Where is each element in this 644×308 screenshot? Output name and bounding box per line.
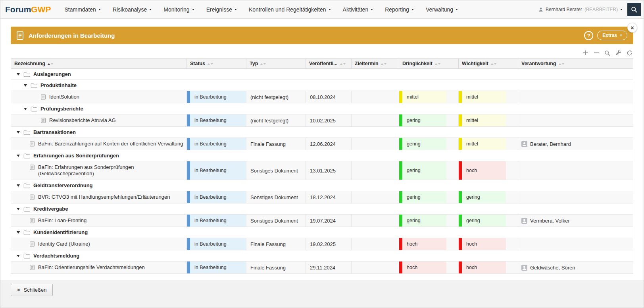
dringlichkeit-badge: gering [399,215,446,227]
sort-desc-icon [438,63,440,65]
item-label[interactable]: IdentSolution [49,94,79,100]
wichtigkeit-cell: mittel [459,91,518,103]
item-row-identity-card-ukraine[interactable]: Identity Card (Ukraine)in BearbeitungFin… [11,238,633,250]
collapse-toggle-icon[interactable] [17,255,20,257]
status-text: in Bearbeitung [194,265,227,270]
item-row-bafin-orientierungshilfe-verdachtsmeldun[interactable]: BaFin: Orientierungshilfe Verdachtsmeldu… [11,262,633,274]
group-row-erfahrungen-aus-sonderprüfungen: Erfahrungen aus Sonderprüfungen [11,150,633,161]
collapse-toggle-icon[interactable] [17,231,20,234]
veroeffentlichung-text: 10.02.2025 [310,118,336,124]
dringlichkeit-text: mittel [407,94,419,100]
menu-item-monitoring[interactable]: Monitoring [163,6,194,13]
menu-item-label: Kontrollen und Regeltätigkeiten [249,6,326,13]
group-row-kreditvergabe: Kreditvergabe [11,203,633,215]
grid-search-icon[interactable] [604,50,610,56]
user-name: Bernhard Berater [546,7,582,12]
item-row-bafin-loan-fronting[interactable]: BaFin: Loan-Frontingin BearbeitungSonsti… [11,215,633,227]
item-row-revisionsberichte-atruvia-ag[interactable]: Revisionsberichte Atruvia AGin Bearbeitu… [11,114,633,127]
collapse-toggle-icon[interactable] [17,184,20,187]
item-row-identsolution[interactable]: IdentSolutionin Bearbeitung(nicht festge… [11,91,633,103]
item-row-bafin-bareinzahlungen-auf-konten-der-öff[interactable]: BaFin: Bareinzahlungen auf Konten der öf… [11,138,633,150]
status-cell: in Bearbeitung [187,215,246,227]
sort-icons [48,63,53,65]
global-search-button[interactable] [627,3,641,16]
panel-close-button[interactable]: × [627,23,637,33]
dringlichkeit-text: gering [407,168,421,173]
typ-text: (nicht festgelegt) [250,94,288,100]
veroeffentlichung-text: 18.12.2024 [310,194,336,200]
settings-wrench-icon[interactable] [615,50,621,56]
menu-item-ereignisse[interactable]: Ereignisse [206,6,237,13]
typ-cell: Sonstiges Dokument [246,161,306,180]
collapse-toggle-icon[interactable] [17,155,20,157]
menu-item-stammdaten[interactable]: Stammdaten [65,6,101,13]
column-header-status[interactable]: Status [187,59,246,69]
verantwortung-cell [518,91,633,103]
item-label[interactable]: Identity Card (Ukraine) [38,241,90,247]
dringlichkeit-badge: gering [399,114,446,126]
item-label[interactable]: BVR: GTVO3 mit Handlungsempfehlungen/Erl… [38,194,170,200]
wichtigkeit-cell: mittel [459,114,518,127]
wichtigkeit-badge: hoch [459,238,506,250]
panel-header: Anforderungen in Bearbeitung ? Extras × [11,27,633,44]
typ-text: Finale Fassung [250,241,286,247]
item-label[interactable]: BaFin: Erfahrungen aus Sonderprüfungen (… [38,164,183,177]
item-row-bvr-gtvo3-mit-handlungsempfehlungen-erlä[interactable]: BVR: GTVO3 mit Handlungsempfehlungen/Erl… [11,191,633,203]
verantwortung-cell [518,114,633,127]
group-label: Verdachtsmeldung [33,253,79,259]
status-text: in Bearbeitung [194,141,227,147]
column-header-veröffentli[interactable]: Veröffentli... [306,59,352,69]
collapse-toggle-icon[interactable] [24,108,27,110]
document-icon [17,31,23,40]
item-label[interactable]: BaFin: Bareinzahlungen auf Konten der öf… [38,141,183,147]
menu-item-verwaltung[interactable]: Verwaltung [426,6,458,13]
nav-right-area: Bernhard Berater (BEARBEITER) [538,3,641,16]
folder-icon [31,106,37,112]
group-row-produktinhalte: Produktinhalte [11,80,633,91]
wichtigkeit-badge: mittel [459,138,506,150]
collapse-toggle-icon[interactable] [17,208,20,210]
wichtigkeit-badge: hoch [459,262,506,273]
extras-button[interactable]: Extras [597,31,627,40]
zieltermin-cell [352,161,399,180]
item-label[interactable]: Revisionsberichte Atruvia AG [49,117,116,124]
chevron-down-icon [329,9,331,10]
item-label[interactable]: BaFin: Loan-Fronting [38,217,87,224]
requirement-doc-icon [29,165,35,170]
dringlichkeit-cell: gering [399,114,459,127]
column-header-bezeichnung[interactable]: Bezeichnung [11,59,187,69]
main-menu: StammdatenRisikoanalyseMonitoringEreigni… [65,6,458,13]
column-header-zieltermin[interactable]: Zieltermin [352,59,399,69]
sort-icons [559,63,564,65]
dringlichkeit-cell: gering [399,215,459,227]
menu-item-risikoanalyse[interactable]: Risikoanalyse [113,6,152,13]
chevron-down-icon [620,9,623,10]
typ-text: Sonstiges Dokument [250,218,298,224]
column-header-wichtigkeit[interactable]: Wichtigkeit [459,59,518,69]
column-header-typ[interactable]: Typ [246,59,306,69]
refresh-icon[interactable] [627,50,632,56]
help-button[interactable]: ? [584,31,593,40]
menu-item-kontrollen-und-regeltätigkeiten[interactable]: Kontrollen und Regeltätigkeiten [249,6,331,13]
menu-item-aktivitäten[interactable]: Aktivitäten [343,6,373,13]
collapse-toggle-icon[interactable] [17,73,20,76]
column-header-dringlichkeit[interactable]: Dringlichkeit [399,59,459,69]
user-menu[interactable]: Bernhard Berater (BEARBEITER) [538,7,623,12]
typ-cell: Finale Fassung [246,238,306,250]
collapse-toggle-icon[interactable] [24,84,27,87]
add-icon[interactable] [583,50,588,56]
group-label: Erfahrungen aus Sonderprüfungen [33,153,119,159]
responsible-name: Vermbera, Volker [530,218,570,224]
column-header-verantwortung[interactable]: Verantwortung [518,59,633,69]
sort-desc-icon [384,63,386,65]
collapse-toggle-icon[interactable] [17,131,20,134]
menu-item-reporting[interactable]: Reporting [385,6,414,13]
status-text: in Bearbeitung [194,168,227,173]
app-logo[interactable]: ForumGWP [5,5,51,14]
item-label[interactable]: BaFin: Orientierungshilfe Verdachtsmeldu… [38,264,145,271]
item-row-bafin-erfahrungen-aus-sonderprüfungen-ge[interactable]: BaFin: Erfahrungen aus Sonderprüfungen (… [11,161,633,180]
group-row-geldtransferverordnung: Geldtransferverordnung [11,180,633,191]
avatar-icon [521,218,527,224]
close-button[interactable]: × Schließen [11,284,53,296]
remove-icon[interactable] [594,50,599,56]
